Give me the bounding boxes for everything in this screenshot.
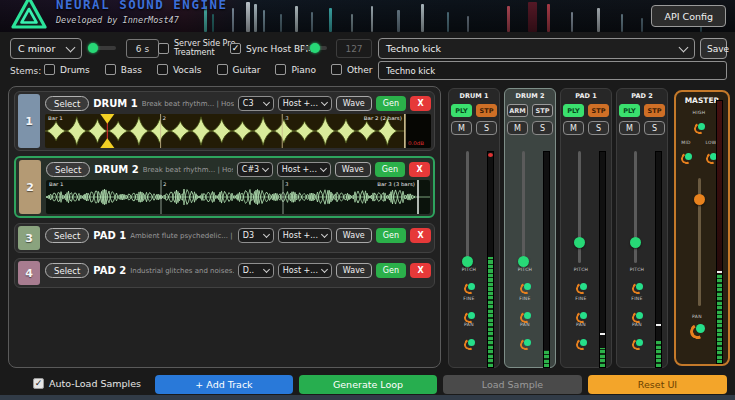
pan-knob[interactable] <box>464 339 475 350</box>
track-host-select[interactable]: Host +... <box>278 228 332 243</box>
wave-button[interactable]: Wave <box>336 96 372 111</box>
delete-track-button[interactable]: X <box>410 228 431 243</box>
play-arm-button[interactable]: PLY <box>451 104 472 117</box>
pitch-knob[interactable] <box>576 283 587 294</box>
high-knob[interactable] <box>694 123 705 134</box>
preset-select[interactable]: Techno kick <box>378 38 695 59</box>
track-host-select[interactable]: Host +... <box>278 96 332 111</box>
add-track-button[interactable]: + Add Track <box>155 375 293 394</box>
slider-thumb[interactable] <box>310 43 320 53</box>
key-select[interactable]: C minor <box>10 38 82 59</box>
generate-button[interactable]: Gen <box>376 96 406 111</box>
play-arm-button[interactable]: PLY <box>619 104 640 117</box>
pan-knob[interactable] <box>632 339 643 350</box>
track-row-pad-1[interactable]: 3SelectPAD 1Ambient flute psychedelic...… <box>14 223 435 253</box>
checkbox-checked-icon[interactable]: ✓ <box>33 378 44 389</box>
track-row-pad-2[interactable]: 4SelectPAD 2Industrial glitches and nois… <box>14 258 435 288</box>
track-note-select[interactable]: C3 <box>238 96 274 111</box>
mixer-channel-pad-2[interactable]: PAD 2PLYSTPMSPITCHFINEPAN <box>616 88 668 368</box>
checkbox-icon[interactable] <box>105 64 116 75</box>
stem-checkbox-piano[interactable]: Piano <box>275 64 315 75</box>
slider-thumb[interactable] <box>88 43 98 53</box>
track-select-button[interactable]: Select <box>46 162 90 177</box>
autoload-samples-checkbox[interactable]: ✓ Auto-Load Samples <box>33 378 141 389</box>
track-note-select[interactable]: C#3 <box>237 162 273 177</box>
mixer-channel-drum-1[interactable]: DRUM 1PLYSTPMSPITCHFINEPAN <box>448 88 500 368</box>
track-note-select[interactable]: D.. <box>238 263 274 278</box>
save-button[interactable]: Save <box>700 38 727 59</box>
stop-button[interactable]: STP <box>588 104 609 117</box>
volume-fader-track[interactable] <box>522 151 525 263</box>
stem-checkbox-guitar[interactable]: Guitar <box>217 64 261 75</box>
track-row-drum-2[interactable]: 2SelectDRUM 2Break beat rhythm... | Host… <box>14 156 435 218</box>
stop-button[interactable]: STP <box>532 104 553 117</box>
mute-button[interactable]: M <box>451 121 472 135</box>
volume-fader-thumb[interactable] <box>462 256 473 267</box>
track-row-drum-1[interactable]: 1SelectDRUM 1Break beat rhythm... | Host… <box>14 91 435 151</box>
delete-track-button[interactable]: X <box>409 162 430 177</box>
checkbox-checked-icon[interactable]: ✓ <box>230 43 241 54</box>
checkbox-icon[interactable] <box>44 64 55 75</box>
mixer-master-channel[interactable]: MASTERHIGHMIDLOWPAN <box>674 90 730 366</box>
wave-button[interactable]: Wave <box>336 263 372 278</box>
master-fader-thumb[interactable] <box>694 194 705 205</box>
pan-knob[interactable] <box>520 339 531 350</box>
stop-button[interactable]: STP <box>476 104 497 117</box>
generate-button[interactable]: Gen <box>375 162 405 177</box>
sync-host-bpm-checkbox[interactable]: ✓ Sync Host BPM <box>230 43 313 54</box>
track-select-button[interactable]: Select <box>45 263 89 278</box>
waveform-display[interactable]: Bar 123Bar 2 (2 bars)0.0dB <box>45 114 431 148</box>
checkbox-icon[interactable] <box>217 64 228 75</box>
pitch-knob[interactable] <box>632 283 643 294</box>
stem-checkbox-bass[interactable]: Bass <box>105 64 142 75</box>
stem-checkbox-drums[interactable]: Drums <box>44 64 90 75</box>
solo-button[interactable]: S <box>588 121 609 135</box>
volume-fader-thumb[interactable] <box>630 237 641 248</box>
pan-knob[interactable] <box>576 339 587 350</box>
duration-slider[interactable] <box>90 46 116 50</box>
generate-button[interactable]: Gen <box>376 228 406 243</box>
wave-button[interactable]: Wave <box>336 228 372 243</box>
low-knob[interactable] <box>706 153 717 164</box>
solo-button[interactable]: S <box>476 121 497 135</box>
volume-fader-track[interactable] <box>466 151 469 263</box>
bpm-slider[interactable] <box>303 46 327 50</box>
waveform-display[interactable]: Bar 123Bar 3 (3 bars) <box>46 180 430 214</box>
preset-name-input[interactable] <box>378 61 727 80</box>
play-arm-button[interactable]: ARM <box>507 104 528 117</box>
track-select-button[interactable]: Select <box>45 228 89 243</box>
track-select-button[interactable]: Select <box>45 96 89 111</box>
mid-knob[interactable] <box>681 153 692 164</box>
volume-fader-thumb[interactable] <box>574 237 585 248</box>
stem-checkbox-other[interactable]: Other <box>331 64 373 75</box>
pitch-knob[interactable] <box>520 283 531 294</box>
api-config-button[interactable]: API Config <box>651 5 726 27</box>
checkbox-icon[interactable] <box>331 64 342 75</box>
mixer-channel-drum-2[interactable]: DRUM 2ARMSTPMSPITCHFINEPAN <box>504 88 556 368</box>
mute-button[interactable]: M <box>507 121 528 135</box>
track-host-select[interactable]: Host +... <box>277 162 331 177</box>
generate-button[interactable]: Gen <box>376 263 406 278</box>
play-arm-button[interactable]: PLY <box>563 104 584 117</box>
mixer-channel-pad-1[interactable]: PAD 1PLYSTPMSPITCHFINEPAN <box>560 88 612 368</box>
delete-track-button[interactable]: X <box>410 96 431 111</box>
stem-checkbox-vocals[interactable]: Vocals <box>157 64 202 75</box>
server-side-checkbox[interactable]: Server Side Pre Treatment <box>158 39 238 57</box>
pitch-knob[interactable] <box>464 283 475 294</box>
mute-button[interactable]: M <box>619 121 640 135</box>
reset-ui-button[interactable]: Reset UI <box>588 375 727 394</box>
mute-button[interactable]: M <box>563 121 584 135</box>
wave-button[interactable]: Wave <box>335 162 371 177</box>
checkbox-icon[interactable] <box>275 64 286 75</box>
track-host-select[interactable]: Host +... <box>278 263 332 278</box>
volume-fader-thumb[interactable] <box>518 256 529 267</box>
solo-button[interactable]: S <box>644 121 665 135</box>
track-note-select[interactable]: D3 <box>238 228 274 243</box>
checkbox-icon[interactable] <box>158 43 169 54</box>
generate-loop-button[interactable]: Generate Loop <box>299 375 437 394</box>
delete-track-button[interactable]: X <box>410 263 431 278</box>
checkbox-icon[interactable] <box>157 64 168 75</box>
load-sample-button[interactable]: Load Sample <box>443 375 582 394</box>
master-pan-knob[interactable] <box>690 324 705 339</box>
solo-button[interactable]: S <box>532 121 553 135</box>
